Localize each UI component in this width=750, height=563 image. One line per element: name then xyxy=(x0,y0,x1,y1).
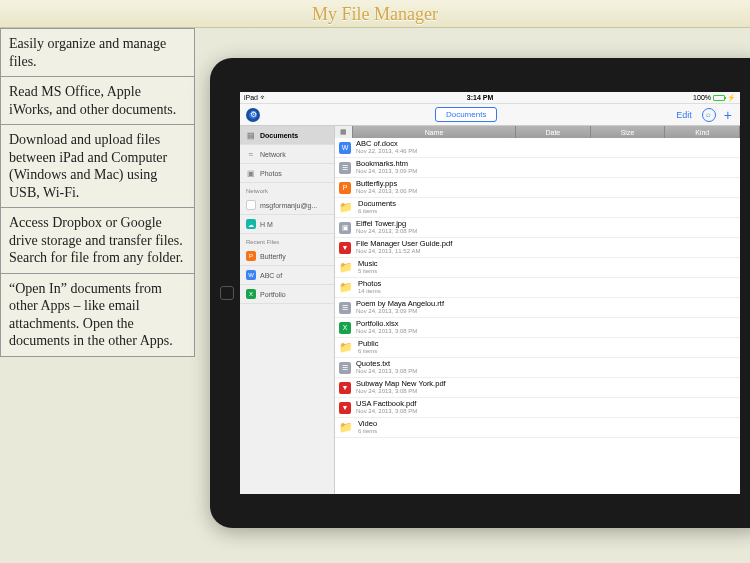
file-type-icon: ▼ xyxy=(339,402,351,414)
file-type-icon: ▼ xyxy=(339,242,351,254)
file-meta: Nov 24, 2013, 11:52 AM xyxy=(356,248,452,254)
sidebar-item-label: msgformanju@g... xyxy=(260,202,317,209)
file-type-icon: ▼ xyxy=(339,382,351,394)
sidebar-header-recent: Recent Files xyxy=(240,234,334,247)
sidebar-item-label: H M xyxy=(260,221,273,228)
home-button[interactable] xyxy=(220,286,234,300)
wifi-icon: ᯤ xyxy=(260,94,267,101)
folder-icon: 📁 xyxy=(339,201,353,214)
sidebar-item-label: ABC of xyxy=(260,272,282,279)
carrier-label: iPad xyxy=(244,94,258,101)
file-row[interactable]: XPortfolio.xlsxNov 24, 2013, 3:08 PM xyxy=(335,318,740,338)
file-type-icon: ☰ xyxy=(339,162,351,174)
col-name[interactable]: Name xyxy=(353,126,516,138)
sidebar-item-label: Butterfly xyxy=(260,253,286,260)
network-icon: △ xyxy=(246,200,256,210)
feature-list: Easily organize and manage files.Read MS… xyxy=(0,28,195,357)
file-row[interactable]: ▣Eiffel Tower.jpgNov 24, 2013, 3:08 PM xyxy=(335,218,740,238)
file-name: Public xyxy=(358,340,378,348)
file-row[interactable]: 📁Photos14 items xyxy=(335,278,740,298)
file-row[interactable]: ▼Subway Map New York.pdfNov 24, 2013, 3:… xyxy=(335,378,740,398)
feature-item: Access Dropbox or Google drive storage a… xyxy=(0,208,195,274)
sidebar-recent-item[interactable]: WABC of xyxy=(240,266,334,285)
file-row[interactable]: ▼File Manager User Guide.pdfNov 24, 2013… xyxy=(335,238,740,258)
col-size[interactable]: Size xyxy=(591,126,666,138)
plus-icon: + xyxy=(724,107,732,123)
file-row[interactable]: 📁Public6 items xyxy=(335,338,740,358)
file-row[interactable]: 📁Documents6 items xyxy=(335,198,740,218)
file-row[interactable]: ☰Quotes.txtNov 24, 2013, 3:08 PM xyxy=(335,358,740,378)
col-date[interactable]: Date xyxy=(516,126,591,138)
folder-icon: 📁 xyxy=(339,421,353,434)
add-button[interactable]: + xyxy=(722,107,734,123)
sidebar-item-label: Portfolio xyxy=(260,291,286,298)
toolbar: ⚙ Documents Edit ⌕ + xyxy=(240,104,740,126)
ipad-screen: iPad ᯤ 3:14 PM 100% ⚡ ⚙ Documents Edit ⌕… xyxy=(240,92,740,494)
sidebar-network-item[interactable]: △msgformanju@g... xyxy=(240,196,334,215)
view-toggle[interactable]: ▦ xyxy=(335,126,353,138)
file-name: Quotes.txt xyxy=(356,360,417,368)
file-meta: 14 items xyxy=(358,288,381,294)
file-name: Bookmarks.htm xyxy=(356,160,417,168)
edit-button[interactable]: Edit xyxy=(672,110,696,120)
file-name: Portfolio.xlsx xyxy=(356,320,417,328)
folder-icon: 📁 xyxy=(339,341,353,354)
sidebar-icon: ≈ xyxy=(246,149,256,159)
sidebar-recent-item[interactable]: XPortfolio xyxy=(240,285,334,304)
file-meta: Nov 22, 2013, 4:46 PM xyxy=(356,148,417,154)
ipad-device: iPad ᯤ 3:14 PM 100% ⚡ ⚙ Documents Edit ⌕… xyxy=(210,58,750,528)
sidebar-item-label: Photos xyxy=(260,170,282,177)
gear-icon: ⚙ xyxy=(250,110,257,119)
file-meta: 5 items xyxy=(358,268,378,274)
file-name: USA Factbook.pdf xyxy=(356,400,417,408)
file-name: Subway Map New York.pdf xyxy=(356,380,446,388)
file-name: File Manager User Guide.pdf xyxy=(356,240,452,248)
file-meta: Nov 24, 2013, 3:08 PM xyxy=(356,228,417,234)
file-type-icon: P xyxy=(246,251,256,261)
file-type-icon: ▣ xyxy=(339,222,351,234)
file-row[interactable]: 📁Music5 items xyxy=(335,258,740,278)
file-list[interactable]: WABC of.docxNov 22, 2013, 4:46 PM☰Bookma… xyxy=(335,138,740,494)
sidebar-header-network: Network xyxy=(240,183,334,196)
search-icon: ⌕ xyxy=(706,110,711,119)
file-type-icon: X xyxy=(339,322,351,334)
search-button[interactable]: ⌕ xyxy=(702,108,716,122)
file-meta: 6 items xyxy=(358,348,378,354)
folder-icon: 📁 xyxy=(339,281,353,294)
column-headers: ▦ Name Date Size Kind xyxy=(335,126,740,138)
file-meta: Nov 24, 2013, 3:06 PM xyxy=(356,188,417,194)
sidebar-network-item[interactable]: ☁H M xyxy=(240,215,334,234)
app-title: My File Manager xyxy=(0,0,750,28)
file-row[interactable]: WABC of.docxNov 22, 2013, 4:46 PM xyxy=(335,138,740,158)
file-meta: Nov 24, 2013, 3:09 PM xyxy=(356,308,444,314)
file-meta: Nov 24, 2013, 3:08 PM xyxy=(356,328,417,334)
file-name: Documents xyxy=(358,200,396,208)
file-meta: Nov 24, 2013, 3:08 PM xyxy=(356,368,417,374)
sidebar-item-photos[interactable]: ▣Photos xyxy=(240,164,334,183)
settings-button[interactable]: ⚙ xyxy=(246,108,260,122)
file-type-icon: ☰ xyxy=(339,302,351,314)
file-type-icon: ☰ xyxy=(339,362,351,374)
sidebar-icon: ▤ xyxy=(246,130,256,140)
network-icon: ☁ xyxy=(246,219,256,229)
col-kind[interactable]: Kind xyxy=(665,126,740,138)
feature-item: Read MS Office, Apple iWorks, and other … xyxy=(0,77,195,125)
file-row[interactable]: PButterfly.ppsNov 24, 2013, 3:06 PM xyxy=(335,178,740,198)
feature-item: “Open In” documents from other Apps – li… xyxy=(0,274,195,357)
sidebar-item-network[interactable]: ≈Network xyxy=(240,145,334,164)
feature-item: Download and upload files between iPad a… xyxy=(0,125,195,208)
sidebar-recent-item[interactable]: PButterfly xyxy=(240,247,334,266)
sidebar-item-label: Network xyxy=(260,151,286,158)
file-meta: 6 items xyxy=(358,428,377,434)
sidebar-item-documents[interactable]: ▤Documents xyxy=(240,126,334,145)
status-bar: iPad ᯤ 3:14 PM 100% ⚡ xyxy=(240,92,740,104)
file-row[interactable]: ☰Poem by Maya Angelou.rtfNov 24, 2013, 3… xyxy=(335,298,740,318)
file-meta: Nov 24, 2013, 3:09 PM xyxy=(356,168,417,174)
feature-item: Easily organize and manage files. xyxy=(0,28,195,77)
documents-segment[interactable]: Documents xyxy=(435,107,497,122)
file-area: ▦ Name Date Size Kind WABC of.docxNov 22… xyxy=(335,126,740,494)
file-meta: Nov 24, 2013, 3:08 PM xyxy=(356,408,417,414)
file-row[interactable]: ☰Bookmarks.htmNov 24, 2013, 3:09 PM xyxy=(335,158,740,178)
file-row[interactable]: 📁Video6 items xyxy=(335,418,740,438)
file-row[interactable]: ▼USA Factbook.pdfNov 24, 2013, 3:08 PM xyxy=(335,398,740,418)
